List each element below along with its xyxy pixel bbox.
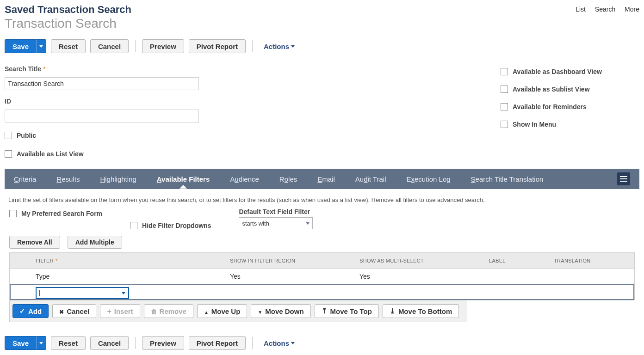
show-in-menu-checkbox[interactable] <box>501 121 508 128</box>
menu-icon <box>620 176 627 177</box>
x-icon <box>59 307 64 315</box>
public-label: Public <box>17 132 36 139</box>
arrow-up-icon <box>204 307 209 315</box>
grid-header: FILTER* SHOW IN FILTER REGION SHOW AS MU… <box>10 253 634 269</box>
search-title-input[interactable] <box>5 77 199 90</box>
save-dropdown[interactable] <box>36 39 46 53</box>
save-button-bottom[interactable]: Save <box>5 336 36 350</box>
col-filter: FILTER <box>36 258 54 263</box>
default-text-filter-value: starts with <box>242 220 269 227</box>
my-preferred-checkbox[interactable] <box>9 210 17 217</box>
toolbar-bottom: Save Reset Cancel Preview Pivot Report A… <box>5 336 639 350</box>
menu-icon <box>620 178 627 179</box>
required-star-icon: * <box>56 258 58 263</box>
avail-dashboard-checkbox[interactable] <box>501 68 508 75</box>
check-icon <box>19 307 25 315</box>
actions-label: Actions <box>264 339 289 347</box>
tab-title-translation[interactable]: Search Title Translation <box>471 175 544 183</box>
arrow-bottom-icon <box>390 307 396 315</box>
save-dropdown-bottom[interactable] <box>36 336 46 350</box>
actions-menu-bottom[interactable]: Actions <box>264 339 295 347</box>
more-link[interactable]: More <box>625 6 639 13</box>
avail-sublist-label: Available as Sublist View <box>513 86 590 93</box>
text-cursor-icon <box>39 290 40 296</box>
search-link[interactable]: Search <box>595 6 615 13</box>
preview-button[interactable]: Preview <box>142 39 184 53</box>
tab-highlighting[interactable]: Highlighting <box>100 175 136 183</box>
remove-all-button[interactable]: Remove All <box>9 236 60 249</box>
tab-execution-log[interactable]: Execution Log <box>406 175 450 183</box>
chevron-down-icon <box>39 342 43 344</box>
avail-dashboard-label: Available as Dashboard View <box>513 68 602 75</box>
cancel-button[interactable]: Cancel <box>90 39 129 53</box>
reset-button[interactable]: Reset <box>51 39 86 53</box>
tab-roles[interactable]: Roles <box>279 175 297 183</box>
tab-audit-trail[interactable]: Audit Trail <box>355 175 386 183</box>
arrow-top-icon <box>322 307 328 315</box>
col-label: LABEL <box>485 258 550 263</box>
tab-bar: Criteria Results Highlighting Available … <box>5 169 639 189</box>
cell-show-region: Yes <box>226 273 356 280</box>
page-title: Transaction Search <box>5 17 131 31</box>
toolbar-top: Save Reset Cancel Preview Pivot Report A… <box>5 39 639 53</box>
tab-criteria[interactable]: Criteria <box>14 175 36 183</box>
tab-help-text: Limit the set of filters available on th… <box>8 196 636 203</box>
avail-listview-checkbox[interactable] <box>5 150 12 158</box>
id-input[interactable] <box>5 110 199 122</box>
show-in-menu-label: Show In Menu <box>513 121 556 128</box>
arrow-down-icon <box>258 307 262 315</box>
hide-dropdowns-label: Hide Filter Dropdowns <box>142 222 211 229</box>
default-text-filter-label: Default Text Field Filter <box>239 208 313 215</box>
tab-audience[interactable]: Audience <box>230 175 259 183</box>
grid-actions: Add Cancel Insert Remove Move Up Move Do… <box>9 300 467 322</box>
grid-movebottom-button[interactable]: Move To Bottom <box>383 304 459 318</box>
chevron-down-icon <box>39 45 43 48</box>
my-preferred-label: My Preferred Search Form <box>21 210 102 217</box>
separator <box>252 40 253 52</box>
search-title-label: Search Title <box>5 65 41 73</box>
grid-remove-button[interactable]: Remove <box>144 304 193 318</box>
col-show-region: SHOW IN FILTER REGION <box>226 258 356 263</box>
default-text-filter-select[interactable]: starts with <box>239 217 313 229</box>
grid-input-row <box>10 284 634 300</box>
separator <box>135 40 136 52</box>
top-links: List Search More <box>568 4 639 13</box>
grid-cancel-button[interactable]: Cancel <box>52 304 96 318</box>
pivot-report-button[interactable]: Pivot Report <box>189 39 246 53</box>
list-link[interactable]: List <box>576 6 586 13</box>
tab-email[interactable]: Email <box>317 175 335 183</box>
avail-listview-label: Available as List View <box>17 150 84 158</box>
avail-sublist-checkbox[interactable] <box>501 86 508 93</box>
filter-select[interactable] <box>36 287 129 299</box>
grid-movetop-button[interactable]: Move To Top <box>315 304 379 318</box>
save-button[interactable]: Save <box>5 39 36 53</box>
tab-results[interactable]: Results <box>56 175 80 183</box>
cell-filter: Type <box>32 273 226 280</box>
actions-label: Actions <box>264 43 289 50</box>
grid-movedown-button[interactable]: Move Down <box>251 304 310 318</box>
trash-icon <box>151 307 157 315</box>
public-checkbox[interactable] <box>5 132 12 139</box>
cell-multi: Yes <box>356 273 485 280</box>
separator <box>135 337 136 349</box>
menu-icon <box>620 181 627 182</box>
preview-button-bottom[interactable]: Preview <box>142 336 184 350</box>
tab-overflow-menu[interactable] <box>617 172 630 185</box>
chevron-down-icon <box>291 342 295 344</box>
col-translation: TRANSLATION <box>550 258 634 263</box>
grid-row[interactable]: Type Yes Yes <box>10 269 634 284</box>
avail-reminders-checkbox[interactable] <box>501 103 508 110</box>
actions-menu[interactable]: Actions <box>264 43 295 50</box>
plus-icon <box>107 307 111 315</box>
reset-button-bottom[interactable]: Reset <box>51 336 86 350</box>
chevron-down-icon <box>122 292 125 294</box>
grid-insert-button[interactable]: Insert <box>100 304 140 318</box>
tab-available-filters[interactable]: Available Filters <box>157 175 210 183</box>
grid-moveup-button[interactable]: Move Up <box>197 304 247 318</box>
cancel-button-bottom[interactable]: Cancel <box>90 336 129 350</box>
pivot-report-button-bottom[interactable]: Pivot Report <box>189 336 246 350</box>
hide-dropdowns-checkbox[interactable] <box>130 222 137 229</box>
grid-add-button[interactable]: Add <box>12 304 49 318</box>
chevron-down-icon <box>306 222 310 225</box>
add-multiple-button[interactable]: Add Multiple <box>68 236 122 249</box>
